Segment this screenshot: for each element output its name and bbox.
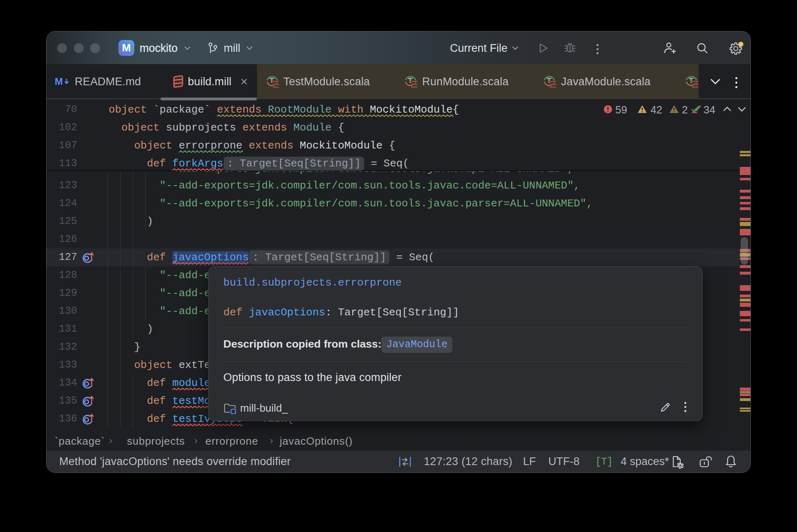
- svg-text:M: M: [55, 76, 63, 87]
